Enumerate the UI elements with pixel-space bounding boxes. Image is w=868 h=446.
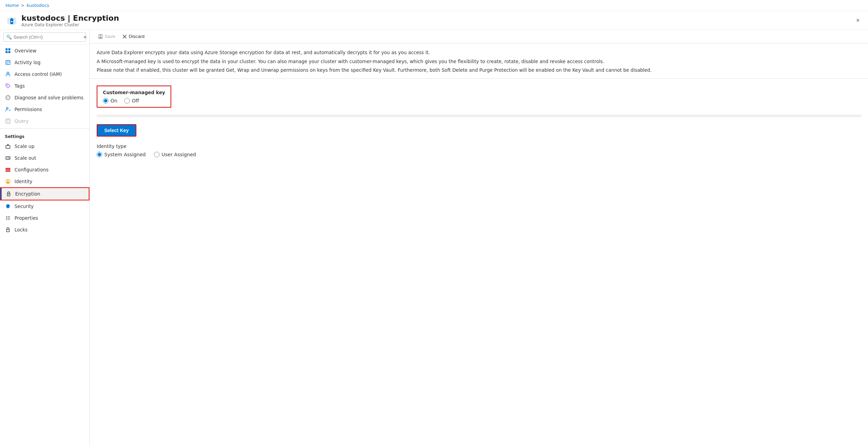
user-assigned-label: User Assigned: [162, 152, 196, 157]
customer-key-label: Customer-managed key: [103, 90, 165, 95]
sidebar-item-diagnose-label: Diagnose and solve problems: [15, 95, 84, 100]
collapse-button[interactable]: «: [81, 32, 89, 41]
breadcrumb-separator: >: [21, 3, 25, 8]
sidebar-item-query: Query: [0, 115, 89, 127]
system-assigned-radio[interactable]: [97, 152, 102, 157]
sidebar-item-identity-label: Identity: [15, 179, 32, 184]
svg-rect-21: [8, 194, 9, 195]
form-area: Customer-managed key On Off Select Key: [90, 79, 868, 164]
page-title: kustodocs | Encryption: [21, 14, 862, 22]
close-button[interactable]: ×: [853, 15, 862, 25]
sidebar-item-locks[interactable]: Locks: [0, 224, 89, 236]
configurations-icon: [5, 167, 11, 173]
user-assigned-radio[interactable]: [154, 152, 160, 157]
svg-point-9: [7, 85, 8, 86]
sidebar-item-config-label: Configurations: [15, 167, 49, 172]
sidebar-item-configurations[interactable]: Configurations: [0, 164, 89, 176]
sidebar-item-overview[interactable]: Overview: [0, 45, 89, 57]
breadcrumb-home[interactable]: Home: [6, 3, 19, 8]
sidebar-item-query-label: Query: [15, 118, 29, 124]
sidebar-item-overview-label: Overview: [15, 48, 37, 53]
identity-type-section: Identity type System Assigned User Assig…: [97, 143, 861, 157]
identity-type-label: Identity type: [97, 143, 861, 149]
customer-key-on-radio[interactable]: [103, 98, 108, 103]
user-assigned-option[interactable]: User Assigned: [154, 152, 196, 157]
sidebar-divider: [0, 128, 89, 129]
sidebar-item-properties[interactable]: Properties: [0, 212, 89, 224]
svg-rect-5: [6, 51, 8, 53]
main-layout: 🔍 « Overview Activity log Access control: [0, 30, 868, 446]
search-input[interactable]: [3, 32, 86, 42]
query-icon: [5, 118, 11, 124]
diagnose-icon: [5, 95, 11, 101]
customer-key-on-option[interactable]: On: [103, 98, 117, 103]
description-line1: Azure Data Explorer encrypts your data u…: [97, 49, 861, 57]
identity-icon: [5, 178, 11, 185]
save-button[interactable]: Save: [95, 32, 118, 40]
svg-rect-15: [6, 168, 10, 169]
scale-out-icon: [5, 155, 11, 161]
main-content: Save Discard Azure Data Explorer encrypt…: [90, 30, 868, 446]
sidebar-item-encryption[interactable]: Encryption: [0, 187, 89, 200]
svg-rect-6: [8, 51, 10, 53]
svg-rect-17: [6, 171, 10, 172]
sidebar-item-permissions-label: Permissions: [15, 107, 42, 112]
save-label: Save: [105, 34, 115, 39]
customer-key-off-radio[interactable]: [124, 98, 130, 103]
sidebar-item-encryption-label: Encryption: [15, 191, 40, 197]
sidebar: 🔍 « Overview Activity log Access control: [0, 30, 90, 446]
resource-icon: [6, 14, 18, 27]
sidebar-item-scale-out[interactable]: Scale out: [0, 152, 89, 164]
description-line3: Please note that if enabled, this cluste…: [97, 67, 861, 74]
customer-key-on-label: On: [110, 98, 117, 103]
overview-icon: [5, 48, 11, 54]
settings-section-label: Settings: [0, 130, 89, 140]
svg-rect-28: [99, 37, 102, 38]
search-icon: 🔍: [6, 34, 12, 40]
select-key-button[interactable]: Select Key: [97, 124, 136, 137]
sidebar-item-scale-up-label: Scale up: [15, 143, 35, 149]
sidebar-item-permissions[interactable]: Permissions: [0, 103, 89, 115]
customer-key-off-label: Off: [132, 98, 139, 103]
sidebar-item-activity-label: Activity log: [15, 60, 40, 65]
sidebar-item-activity-log[interactable]: Activity log: [0, 57, 89, 68]
sidebar-item-security[interactable]: Security: [0, 200, 89, 212]
customer-key-off-option[interactable]: Off: [124, 98, 139, 103]
svg-rect-13: [6, 146, 10, 148]
security-icon: [5, 203, 11, 209]
discard-label: Discard: [129, 34, 145, 39]
discard-icon: [122, 34, 127, 39]
sidebar-item-access-control[interactable]: Access control (IAM): [0, 68, 89, 80]
page-header: kustodocs | Encryption Azure Data Explor…: [0, 11, 868, 30]
sidebar-item-scale-up[interactable]: Scale up: [0, 140, 89, 152]
search-input-wrapper: 🔍: [3, 32, 86, 42]
svg-point-22: [6, 216, 7, 217]
svg-point-19: [7, 180, 9, 182]
customer-key-radio-group: On Off: [103, 98, 165, 103]
encryption-icon: [6, 191, 12, 197]
svg-point-24: [6, 219, 7, 220]
svg-rect-3: [6, 48, 8, 50]
breadcrumb-current[interactable]: kustodocs: [27, 3, 49, 8]
discard-button[interactable]: Discard: [119, 32, 147, 40]
svg-rect-4: [8, 48, 10, 50]
svg-rect-27: [99, 34, 102, 36]
sidebar-item-access-label: Access control (IAM): [15, 71, 62, 77]
svg-point-23: [6, 218, 7, 219]
svg-rect-2: [11, 21, 12, 22]
sidebar-item-locks-label: Locks: [15, 227, 28, 232]
scale-up-icon: [5, 143, 11, 149]
sidebar-item-security-label: Security: [15, 204, 33, 209]
save-icon: [98, 34, 103, 39]
properties-icon: [5, 215, 11, 221]
svg-point-8: [7, 72, 9, 74]
access-control-icon: [5, 71, 11, 77]
tags-icon: [5, 83, 11, 89]
svg-point-11: [7, 108, 8, 109]
system-assigned-option[interactable]: System Assigned: [97, 152, 146, 157]
sidebar-item-tags[interactable]: Tags: [0, 80, 89, 92]
system-assigned-label: System Assigned: [104, 152, 146, 157]
locks-icon: [5, 227, 11, 233]
sidebar-item-identity[interactable]: Identity: [0, 176, 89, 187]
sidebar-item-diagnose[interactable]: Diagnose and solve problems: [0, 92, 89, 103]
